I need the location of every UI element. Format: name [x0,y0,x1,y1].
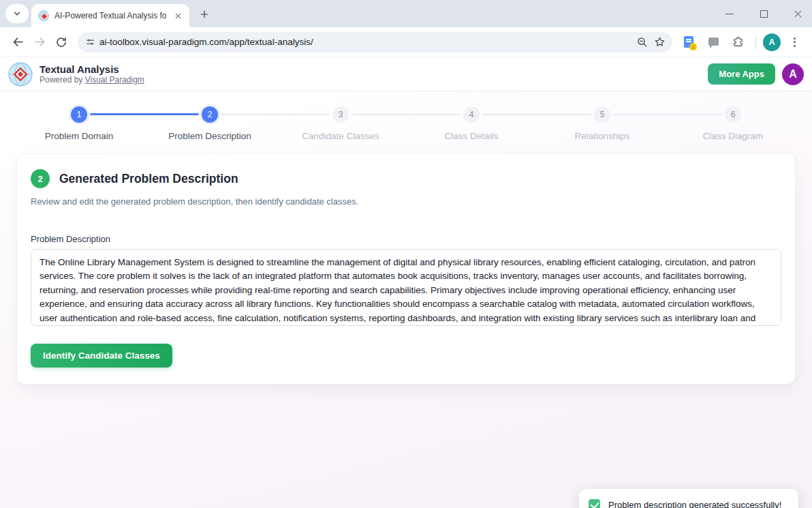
toolbar-divider [755,35,756,49]
download-badge-icon: ↓ [689,43,697,50]
page-subtitle: Review and edit the generated problem de… [31,196,781,207]
user-avatar[interactable]: A [782,63,804,85]
step-label: Problem Description [168,131,251,141]
browser-menu-button[interactable] [783,31,805,53]
browser-tab-strip: AI-Powered Textual Analysis for [0,0,812,27]
star-icon [654,36,666,48]
toast-message: Problem description generated successful… [608,500,781,508]
page-title: Generated Problem Description [59,172,238,186]
maximize-icon [760,10,768,18]
visual-paradigm-logo-icon [8,62,33,87]
stepper-step-candidate-classes[interactable]: 3 Candidate Classes [275,106,406,141]
visual-paradigm-link[interactable]: Visual Paradigm [85,75,144,85]
site-info-button[interactable] [80,33,99,51]
problem-description-textarea[interactable]: The Online Library Management System is … [31,249,781,326]
description-field-label: Problem Description [31,234,781,244]
app-title: Textual Analysis [40,63,144,75]
tab-search-button[interactable] [5,4,29,23]
success-toast[interactable]: Problem description generated successful… [579,489,798,508]
url-text[interactable]: ai-toolbox.visual-paradigm.com/app/textu… [99,37,633,47]
step-label: Candidate Classes [302,131,379,141]
minimize-icon [725,14,734,14]
step-label: Class Diagram [703,131,764,141]
browser-toolbar: ai-toolbox.visual-paradigm.com/app/textu… [0,27,812,57]
browser-tab[interactable]: AI-Powered Textual Analysis for [31,4,189,27]
window-close-button[interactable] [790,6,805,21]
close-icon [794,10,802,18]
comment-extension-button[interactable] [702,31,724,53]
browser-profile-avatar[interactable]: A [763,33,781,51]
minimize-button[interactable] [722,6,737,21]
puzzle-icon [732,35,745,48]
stepper-step-class-diagram[interactable]: 6 Class Diagram [668,106,798,141]
page-content: 1 Problem Domain 2 Problem Description 3… [0,91,812,508]
identify-candidate-classes-button[interactable]: Identify Candidate Classes [31,344,172,368]
step-circle: 2 [202,106,218,123]
reload-icon [55,36,67,48]
stepper-step-relationships[interactable]: 5 Relationships [537,106,668,141]
bookmark-button[interactable] [651,33,668,51]
new-tab-button[interactable] [195,5,214,24]
comment-bubble-icon [708,38,719,46]
step-label: Relationships [574,131,629,141]
wizard-stepper: 1 Problem Domain 2 Problem Description 3… [0,91,812,141]
extensions-area: ↓ A [678,31,805,53]
docs-offline-extension-button[interactable]: ↓ [678,31,700,53]
tab-close-button[interactable] [172,10,184,22]
app-header: Textual Analysis Powered by Visual Parad… [0,57,812,91]
kebab-menu-icon [794,38,796,47]
card-header: 2 Generated Problem Description [31,169,781,188]
window-controls [722,0,805,27]
back-arrow-icon [12,35,25,48]
step-circle: 5 [594,106,610,123]
zoom-indicator-button[interactable] [633,33,651,51]
stepper-step-problem-domain[interactable]: 1 Problem Domain [14,106,144,141]
step-circle: 4 [463,106,480,123]
maximize-button[interactable] [756,6,771,21]
step-circle: 1 [71,106,87,123]
vp-favicon-icon [38,10,49,21]
stepper-step-problem-description[interactable]: 2 Problem Description [144,106,275,141]
zoom-out-icon [636,36,648,48]
brand-block: Textual Analysis Powered by Visual Parad… [40,63,144,85]
step-label: Class Details [445,131,499,141]
step-circle: 3 [332,106,349,123]
extensions-button[interactable] [727,31,749,53]
forward-button[interactable] [29,31,50,53]
tune-icon [85,37,95,47]
plus-icon [200,10,209,19]
chevron-down-icon [12,9,22,18]
more-apps-button[interactable]: More Apps [708,63,775,85]
back-button[interactable] [7,31,29,53]
step-label: Problem Domain [45,131,114,141]
powered-by-prefix: Powered by [40,75,85,85]
step-number-badge: 2 [31,169,50,188]
tab-title: AI-Powered Textual Analysis for [54,11,166,20]
powered-by: Powered by Visual Paradigm [40,75,144,85]
address-bar[interactable]: ai-toolbox.visual-paradigm.com/app/textu… [78,32,672,53]
main-card: 2 Generated Problem Description Review a… [16,153,796,385]
stepper-step-class-details[interactable]: 4 Class Details [406,106,537,141]
step-circle: 6 [725,106,741,123]
header-right: More Apps A [708,63,804,85]
success-check-icon [589,499,600,508]
forward-arrow-icon [33,35,46,48]
reload-button[interactable] [50,31,72,53]
